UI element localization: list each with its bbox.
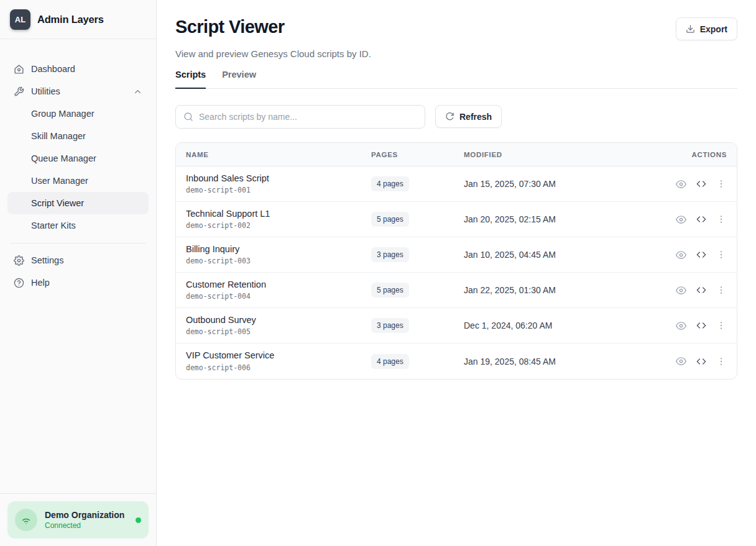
search-input[interactable]	[199, 112, 417, 122]
eye-icon	[676, 356, 686, 366]
row-menu-button[interactable]	[714, 247, 729, 263]
script-pages-cell: 3 pages	[361, 318, 454, 333]
pages-badge: 4 pages	[371, 354, 409, 369]
column-header-modified: MODIFIED	[454, 151, 663, 158]
main-content: Script Viewer Export View and preview Ge…	[157, 0, 756, 546]
sidebar-item-label: Starter Kits	[31, 221, 76, 230]
code-icon	[696, 321, 706, 330]
script-id: demo-script-003	[186, 257, 351, 265]
view-code-button[interactable]	[693, 247, 709, 263]
more-vertical-icon	[716, 285, 726, 295]
script-modified-cell: Jan 10, 2025, 04:45 AM	[454, 250, 663, 260]
sidebar-item-help[interactable]: Help	[7, 271, 149, 294]
wrench-icon	[14, 86, 24, 97]
view-code-button[interactable]	[693, 282, 709, 298]
refresh-button[interactable]: Refresh	[435, 105, 502, 128]
view-code-button[interactable]	[693, 211, 709, 227]
sidebar-divider	[10, 243, 146, 243]
script-name: VIP Customer Service	[186, 350, 351, 361]
sidebar-item-queue-manager[interactable]: Queue Manager	[7, 147, 149, 170]
sidebar-item-starter-kits[interactable]: Starter Kits	[7, 214, 149, 237]
sidebar-item-utilities[interactable]: Utilities	[7, 80, 149, 102]
row-menu-button[interactable]	[714, 211, 729, 227]
app-logo: AL	[10, 9, 30, 30]
row-actions	[663, 353, 737, 370]
sidebar-nav: Dashboard Utilities Group Manager Skill …	[0, 39, 156, 493]
sidebar: AL Admin Layers Dashboard Utilities	[0, 0, 157, 546]
table-row: Inbound Sales Script demo-script-001 4 p…	[176, 166, 737, 202]
script-name: Inbound Sales Script	[186, 173, 351, 184]
script-id: demo-script-002	[186, 221, 351, 230]
row-actions	[663, 317, 737, 334]
sidebar-item-group-manager[interactable]: Group Manager	[7, 102, 149, 125]
toolbar: Refresh	[175, 105, 737, 129]
code-icon	[696, 357, 706, 366]
org-info: Demo Organization Connected	[45, 510, 124, 530]
script-name-cell: Technical Support L1 demo-script-002	[176, 209, 361, 230]
sidebar-item-label: Queue Manager	[31, 153, 96, 163]
app-title: Admin Layers	[37, 14, 104, 25]
page-header: Script Viewer Export	[175, 17, 737, 40]
script-id: demo-script-005	[186, 327, 351, 336]
row-actions	[663, 211, 737, 227]
table-row: Outbound Survey demo-script-005 3 pages …	[176, 308, 737, 344]
eye-icon	[676, 214, 686, 225]
sidebar-item-label: User Manager	[31, 176, 88, 186]
more-vertical-icon	[716, 179, 726, 189]
eye-icon	[676, 179, 686, 189]
table-row: Customer Retention demo-script-004 5 pag…	[176, 273, 737, 308]
eye-icon	[676, 321, 686, 331]
code-icon	[696, 250, 706, 260]
scripts-table: NAME PAGES MODIFIED ACTIONS Inbound Sale…	[175, 142, 737, 380]
download-icon	[686, 24, 695, 34]
export-button[interactable]: Export	[676, 17, 737, 40]
row-menu-button[interactable]	[714, 353, 729, 370]
preview-script-button[interactable]	[673, 176, 689, 192]
sidebar-item-user-manager[interactable]: User Manager	[7, 170, 149, 192]
pages-badge: 5 pages	[371, 212, 409, 227]
row-menu-button[interactable]	[714, 317, 729, 334]
page-subtitle: View and preview Genesys Cloud scripts b…	[175, 48, 737, 59]
export-button-label: Export	[700, 24, 727, 34]
script-modified-cell: Jan 15, 2025, 07:30 AM	[454, 179, 663, 189]
app-brand: AL Admin Layers	[0, 0, 156, 39]
table-row: VIP Customer Service demo-script-006 4 p…	[176, 344, 737, 379]
search-box	[175, 105, 425, 129]
script-modified-cell: Jan 20, 2025, 02:15 AM	[454, 214, 663, 224]
table-row: Technical Support L1 demo-script-002 5 p…	[176, 202, 737, 237]
tab-scripts[interactable]: Scripts	[175, 70, 206, 89]
preview-script-button[interactable]	[673, 211, 689, 227]
sidebar-item-script-viewer[interactable]: Script Viewer	[7, 192, 149, 214]
sidebar-item-settings[interactable]: Settings	[7, 249, 149, 271]
sidebar-item-skill-manager[interactable]: Skill Manager	[7, 125, 149, 147]
column-header-name: NAME	[176, 151, 361, 158]
search-icon	[183, 112, 193, 122]
sidebar-item-label: Help	[31, 278, 50, 288]
code-icon	[696, 285, 706, 295]
view-code-button[interactable]	[693, 353, 709, 370]
row-menu-button[interactable]	[714, 282, 729, 298]
sidebar-item-label: Dashboard	[31, 64, 75, 74]
script-modified-cell: Jan 19, 2025, 08:45 AM	[454, 357, 663, 366]
script-id: demo-script-001	[186, 186, 351, 194]
script-id: demo-script-006	[186, 363, 351, 372]
view-code-button[interactable]	[693, 317, 709, 334]
pages-badge: 4 pages	[371, 176, 409, 191]
script-name-cell: Outbound Survey demo-script-005	[176, 315, 361, 337]
wifi-icon	[15, 509, 37, 531]
row-menu-button[interactable]	[714, 176, 729, 192]
preview-script-button[interactable]	[673, 282, 689, 298]
script-pages-cell: 4 pages	[361, 176, 454, 191]
sidebar-item-dashboard[interactable]: Dashboard	[7, 58, 149, 80]
script-pages-cell: 4 pages	[361, 354, 454, 369]
more-vertical-icon	[716, 321, 726, 330]
help-circle-icon	[14, 278, 24, 288]
preview-script-button[interactable]	[673, 317, 689, 334]
preview-script-button[interactable]	[673, 353, 689, 370]
tab-preview[interactable]: Preview	[222, 70, 256, 89]
preview-script-button[interactable]	[673, 247, 689, 263]
pages-badge: 5 pages	[371, 283, 409, 298]
row-actions	[663, 282, 737, 298]
script-name: Billing Inquiry	[186, 244, 351, 255]
view-code-button[interactable]	[693, 176, 709, 192]
